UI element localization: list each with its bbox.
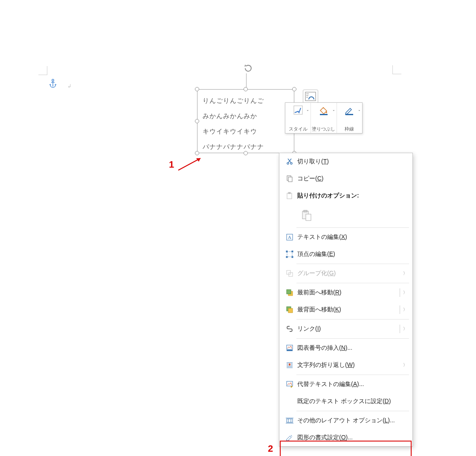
resize-handle[interactable]: [292, 87, 296, 91]
svg-rect-31: [287, 290, 291, 294]
paste-options-row: [279, 204, 412, 227]
svg-rect-19: [304, 210, 307, 212]
annotation-number-1: 1: [169, 159, 174, 170]
shape-line: りんごりんごりんご: [203, 93, 289, 108]
svg-rect-27: [292, 256, 293, 258]
menu-label: 図形の書式設定(O)...: [296, 434, 408, 441]
resize-handle[interactable]: [244, 151, 248, 155]
menu-label: 最前面へ移動(R): [296, 289, 403, 296]
submenu-arrow-icon: 〉: [403, 326, 408, 332]
menu-edit-points[interactable]: 頂点の編集(E): [279, 246, 412, 263]
menu-default-textbox[interactable]: 既定のテキスト ボックスに設定(D): [279, 393, 412, 410]
fill-label: 塗りつぶし: [312, 126, 335, 131]
menu-label: 最背面へ移動(K): [296, 306, 403, 314]
menu-paste-options-header: 貼り付けのオプション:: [279, 187, 412, 204]
bring-front-icon: [284, 289, 296, 296]
svg-rect-33: [288, 308, 293, 313]
format-shape-icon: [284, 434, 296, 441]
svg-line-12: [288, 159, 291, 163]
svg-rect-26: [286, 256, 287, 258]
edit-points-icon: [284, 250, 296, 258]
outline-pen-icon: [344, 105, 354, 116]
menu-cut[interactable]: 切り取り(T): [279, 153, 412, 170]
menu-send-back[interactable]: 最背面へ移動(K) 〉: [279, 301, 412, 318]
layout-options-button[interactable]: [303, 90, 318, 103]
menu-link[interactable]: リンク(I) 〉: [279, 320, 412, 337]
style-icon: [293, 105, 303, 116]
menu-format-shape[interactable]: 図形の書式設定(O)...: [279, 429, 412, 446]
rotation-stem: [246, 73, 247, 89]
fill-button[interactable]: ⌄ 塗りつぶし: [311, 103, 336, 133]
menu-text-wrapping[interactable]: 文字列の折り返し(W) 〉: [279, 357, 412, 374]
link-icon: [284, 325, 296, 333]
menu-label: その他のレイアウト オプション(L)...: [296, 417, 408, 424]
group-icon: [284, 270, 296, 277]
svg-line-13: [288, 159, 291, 163]
menu-label: リンク(I): [296, 325, 403, 333]
svg-rect-45: [287, 381, 293, 386]
shape-line: みかんみかんみか: [203, 108, 289, 124]
crop-mark-top-left: [38, 66, 47, 75]
submenu-arrow-icon: 〉: [403, 290, 408, 296]
resize-handle[interactable]: [195, 119, 199, 123]
annotation-number-2: 2: [268, 443, 273, 454]
resize-handle[interactable]: [244, 87, 248, 91]
svg-rect-44: [289, 363, 290, 366]
svg-text:A: A: [288, 235, 291, 240]
svg-rect-46: [287, 419, 293, 422]
menu-label: 貼り付けのオプション:: [296, 192, 408, 200]
text-box-shape[interactable]: りんごりんごりんご みかんみかんみか キウイキウイキウ バナナバナナバナナ: [197, 89, 294, 153]
menu-label: コピー(C): [296, 175, 408, 183]
svg-rect-36: [287, 350, 293, 351]
menu-label: 図表番号の挿入(N)...: [296, 344, 408, 352]
dropdown-caret-icon: ⌄: [306, 108, 309, 112]
submenu-arrow-icon: 〉: [403, 307, 408, 313]
svg-rect-15: [288, 177, 292, 182]
svg-rect-9: [345, 114, 353, 115]
svg-rect-25: [292, 251, 293, 252]
submenu-arrow-icon: 〉: [403, 270, 408, 276]
menu-label: 代替テキストの編集(A)...: [296, 380, 408, 388]
dropdown-caret-icon: ⌄: [332, 108, 335, 112]
menu-label: 既定のテキスト ボックスに設定(D): [296, 398, 408, 405]
alt-text-icon: [284, 380, 296, 388]
rotation-handle-icon[interactable]: [243, 63, 253, 73]
menu-more-layout[interactable]: その他のレイアウト オプション(L)...: [279, 412, 412, 429]
cut-icon: [284, 158, 296, 166]
svg-rect-23: [287, 252, 292, 257]
style-button[interactable]: ⌄ スタイル: [285, 103, 311, 133]
anchor-icon: [49, 79, 57, 90]
menu-label: 切り取り(T): [296, 158, 408, 166]
menu-label: 頂点の編集(E): [296, 250, 408, 258]
crop-mark-top-right: [392, 65, 401, 74]
svg-rect-20: [306, 214, 311, 221]
wrap-text-icon: [284, 361, 296, 369]
svg-rect-8: [320, 114, 328, 115]
outline-button[interactable]: ⌄ 枠線: [337, 103, 362, 133]
svg-rect-7: [294, 106, 302, 114]
caption-icon: [284, 344, 296, 352]
menu-bring-front[interactable]: 最前面へ移動(R) 〉: [279, 284, 412, 301]
resize-handle[interactable]: [195, 87, 199, 91]
menu-insert-caption[interactable]: 図表番号の挿入(N)...: [279, 340, 412, 357]
submenu-arrow-icon: 〉: [403, 362, 408, 368]
more-layout-icon: [284, 417, 296, 424]
svg-rect-16: [287, 193, 292, 199]
svg-point-11: [290, 163, 292, 164]
menu-label: グループ化(G): [296, 270, 403, 277]
menu-group: グループ化(G) 〉: [279, 265, 412, 282]
fill-bucket-icon: [319, 105, 329, 116]
send-back-icon: [284, 306, 296, 314]
copy-icon: [284, 175, 296, 183]
menu-edit-text[interactable]: A テキストの編集(X): [279, 229, 412, 246]
svg-rect-17: [288, 192, 290, 194]
paragraph-mark-icon: ↲: [67, 83, 72, 89]
outline-label: 枠線: [345, 126, 354, 131]
menu-label: テキストの編集(X): [296, 233, 408, 241]
shape-line: キウイキウイキウ: [203, 124, 289, 139]
paste-option-button[interactable]: [299, 208, 314, 223]
edit-text-icon: A: [284, 233, 296, 241]
menu-alt-text[interactable]: 代替テキストの編集(A)...: [279, 376, 412, 393]
resize-handle[interactable]: [195, 151, 199, 155]
menu-copy[interactable]: コピー(C): [279, 170, 412, 187]
